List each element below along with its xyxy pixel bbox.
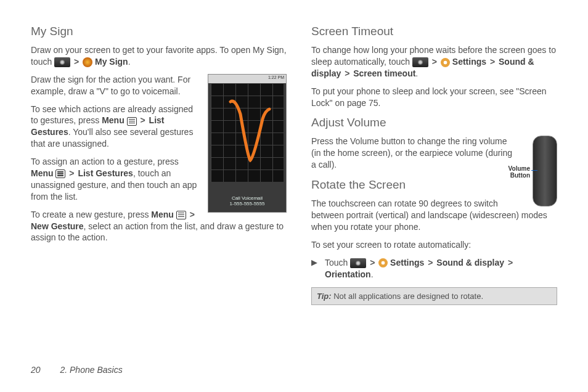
gesture-path-icon xyxy=(211,83,285,182)
caption-line2: 1-555-555-5555 xyxy=(208,201,286,207)
separator-icon: > xyxy=(432,56,437,68)
menu-icon xyxy=(176,211,186,219)
text: To assign an action to a gesture, press xyxy=(31,157,179,166)
mysign-icon xyxy=(83,57,92,67)
page-footer: 20 2. Phone Basics xyxy=(31,365,123,375)
gesture-caption: Call Voicemail 1-555-555-5555 xyxy=(208,195,286,207)
text-bold: Menu xyxy=(151,210,174,219)
separator-icon: > xyxy=(190,209,195,221)
menu-icon xyxy=(127,117,137,126)
launcher-icon xyxy=(54,57,70,67)
phone-side-icon xyxy=(533,136,557,206)
text-bold: Sound & display xyxy=(436,258,504,267)
separator-icon: > xyxy=(428,257,433,269)
separator-icon: > xyxy=(141,115,145,126)
phone-screenshot: 1:22 PM Call Voicemail 1-555-555-5555 xyxy=(208,74,287,213)
text-bold: Menu xyxy=(31,168,54,178)
rotate-p2: To set your screen to rotate automatical… xyxy=(311,239,557,251)
caption-line1: Call Voicemail xyxy=(208,195,286,202)
settings-icon xyxy=(441,58,450,67)
text-bold: Settings xyxy=(452,57,486,67)
separator-icon: > xyxy=(490,56,495,68)
tip-label: Tip: xyxy=(317,292,332,301)
separator-icon: > xyxy=(370,257,375,269)
text-bold: Settings xyxy=(390,258,424,267)
text: . xyxy=(128,57,131,67)
timeout-p1: To change how long your phone waits befo… xyxy=(311,44,557,80)
mysign-intro: Draw on your screen to get to your favor… xyxy=(31,44,287,68)
launcher-icon xyxy=(350,258,366,268)
tip-text: Not all applications are designed to rot… xyxy=(332,292,483,301)
text-bold: Orientation xyxy=(325,269,371,279)
mysign-p5: To create a new gesture, press Menu > Ne… xyxy=(31,209,287,244)
text-bold: My Sign xyxy=(95,57,128,67)
separator-icon: > xyxy=(69,168,74,179)
volume-button-label: Volume Button xyxy=(499,165,530,179)
separator-icon: > xyxy=(508,257,513,269)
rotate-bullet-text: Touch > Settings > Sound & display > Ori… xyxy=(325,257,557,280)
text: . xyxy=(415,68,418,78)
heading-screen-timeout: Screen Timeout xyxy=(311,25,557,38)
menu-icon xyxy=(55,169,65,178)
text-bold: Menu xyxy=(102,115,125,125)
page-number: 20 xyxy=(31,365,41,375)
section-title: 2. Phone Basics xyxy=(60,365,122,375)
launcher-icon xyxy=(412,57,428,67)
heading-adjust-volume: Adjust Volume xyxy=(311,116,557,129)
settings-icon xyxy=(378,258,388,267)
clock-text: 1:22 PM xyxy=(268,75,284,80)
phone-side-figure: Volume Button xyxy=(520,136,557,209)
text-bold: List Gestures xyxy=(78,168,133,178)
bullet-icon: ▶ xyxy=(311,257,317,283)
text: . xyxy=(371,269,374,279)
heading-my-sign: My Sign xyxy=(31,25,287,38)
rotate-bullet: ▶ Touch > Settings > Sound & display > O… xyxy=(311,257,557,283)
text: Touch xyxy=(325,258,350,267)
text: To create a new gesture, press xyxy=(31,210,151,219)
separator-icon: > xyxy=(74,56,79,68)
separator-icon: > xyxy=(345,68,349,80)
tip-box: Tip: Not all applications are designed t… xyxy=(311,287,557,305)
text-bold: Screen timeout xyxy=(353,68,415,78)
timeout-p2: To put your phone to sleep and lock your… xyxy=(311,86,557,109)
status-bar: 1:22 PM xyxy=(208,75,286,83)
text-bold: New Gesture xyxy=(31,221,84,231)
